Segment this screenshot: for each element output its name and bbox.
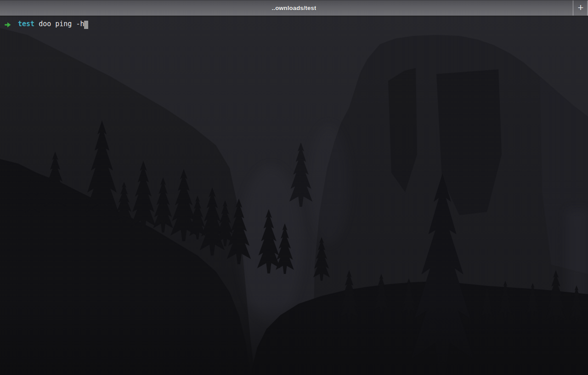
new-tab-button[interactable]: +	[573, 0, 588, 16]
command-text: doo ping -h	[39, 20, 84, 28]
yosemite-wallpaper-image	[0, 17, 588, 375]
plus-icon: +	[578, 3, 584, 13]
prompt-directory: test	[18, 20, 34, 28]
tab-title[interactable]: ..ownloads/test	[272, 5, 317, 11]
tab-bar[interactable]: ..ownloads/test +	[0, 0, 588, 17]
terminal-screen[interactable]: testdoo ping -h	[0, 17, 588, 375]
terminal-window: ..ownloads/test +	[0, 0, 588, 375]
prompt-arrow-icon	[5, 22, 11, 28]
prompt-line: testdoo ping -h	[0, 17, 588, 29]
block-cursor	[84, 21, 88, 29]
